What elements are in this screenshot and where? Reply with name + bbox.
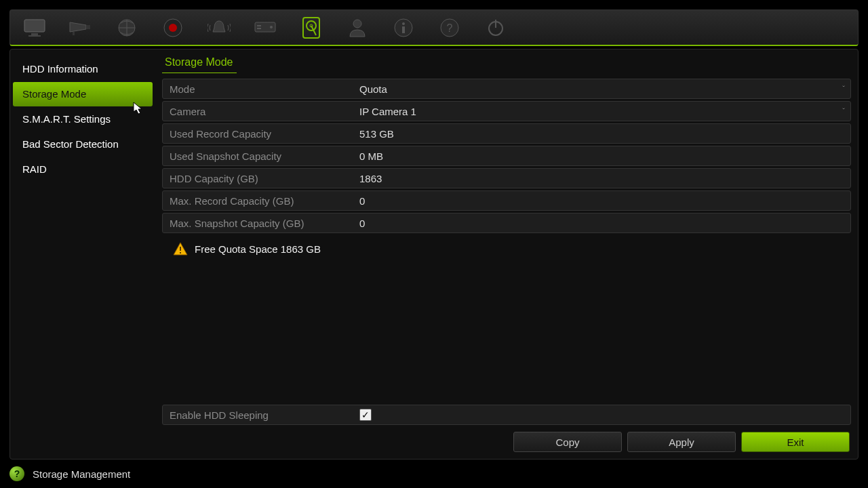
page-title: Storage Mode: [162, 54, 237, 73]
device-icon[interactable]: [252, 14, 279, 41]
used-record-value: 513 GB: [353, 124, 850, 143]
svg-text:?: ?: [447, 22, 453, 34]
svg-rect-0: [24, 20, 45, 32]
used-record-label: Used Record Capacity: [163, 124, 353, 143]
max-record-label: Max. Record Capacity (GB): [163, 191, 353, 210]
network-icon[interactable]: [113, 14, 140, 41]
used-snapshot-label: Used Snapshot Capacity: [163, 146, 353, 165]
svg-rect-19: [402, 26, 405, 33]
enable-hdd-sleeping-label: Enable HDD Sleeping: [163, 405, 353, 424]
svg-rect-23: [495, 20, 496, 28]
svg-point-12: [270, 26, 273, 28]
hdd-capacity-row: HDD Capacity (GB) 1863: [162, 168, 851, 188]
max-snapshot-input[interactable]: Max. Snapshot Capacity (GB) 0: [162, 213, 851, 233]
warning-icon: [173, 242, 188, 256]
used-snapshot-row: Used Snapshot Capacity 0 MB: [162, 146, 851, 166]
hdd-capacity-value: 1863: [353, 169, 850, 188]
max-record-value: 0: [353, 191, 850, 210]
button-bar: Copy Apply Exit: [162, 432, 851, 452]
svg-rect-2: [28, 35, 41, 37]
exit-button[interactable]: Exit: [741, 432, 850, 452]
svg-point-16: [353, 20, 361, 28]
svg-marker-3: [70, 22, 86, 32]
hdd-capacity-label: HDD Capacity (GB): [163, 169, 353, 188]
free-quota-text: Free Quota Space 1863 GB: [195, 243, 321, 255]
copy-button[interactable]: Copy: [513, 432, 622, 452]
svg-point-8: [169, 24, 177, 32]
sidebar-item-storage-mode[interactable]: Storage Mode: [13, 82, 153, 106]
free-quota-line: Free Quota Space 1863 GB: [162, 235, 851, 256]
svg-rect-5: [73, 32, 75, 35]
max-record-input[interactable]: Max. Record Capacity (GB) 0: [162, 190, 851, 211]
enable-hdd-sleeping-row: Enable HDD Sleeping ✓: [162, 405, 851, 425]
hdd-icon[interactable]: [298, 14, 325, 41]
max-snapshot-value: 0: [353, 214, 850, 232]
camera-value: IP Camera 1ˇ: [353, 102, 850, 121]
svg-point-18: [402, 22, 405, 25]
mode-value: Quotaˇ: [353, 79, 850, 98]
help-top-icon[interactable]: ?: [436, 14, 463, 41]
sidebar-item-smart-settings[interactable]: S.M.A.R.T. Settings: [13, 107, 153, 131]
svg-rect-10: [257, 25, 261, 26]
camera-select[interactable]: Camera IP Camera 1ˇ: [162, 101, 851, 121]
monitor-icon[interactable]: [21, 14, 48, 41]
svg-rect-11: [257, 28, 261, 29]
max-snapshot-label: Max. Snapshot Capacity (GB): [163, 214, 353, 232]
camera-icon[interactable]: [67, 14, 94, 41]
footer-title: Storage Management: [33, 468, 130, 480]
record-icon[interactable]: [159, 14, 186, 41]
svg-rect-26: [180, 252, 181, 253]
chevron-down-icon: ˇ: [842, 85, 845, 93]
footer-bar: ? Storage Management: [9, 465, 859, 483]
svg-rect-4: [86, 25, 90, 29]
top-toolbar: ?: [9, 9, 859, 46]
camera-label: Camera: [163, 102, 353, 121]
sidebar-item-bad-sector-detection[interactable]: Bad Sector Detection: [13, 132, 153, 157]
power-icon[interactable]: [482, 14, 509, 41]
info-icon[interactable]: [390, 14, 417, 41]
used-snapshot-value: 0 MB: [353, 146, 850, 165]
main-panel: Storage Mode Mode Quotaˇ Camera IP Camer…: [155, 49, 858, 459]
user-icon[interactable]: [344, 14, 371, 41]
help-icon[interactable]: ?: [9, 466, 24, 481]
mode-select[interactable]: Mode Quotaˇ: [162, 79, 851, 99]
alarm-icon[interactable]: [205, 14, 233, 41]
sidebar: HDD Information Storage Mode S.M.A.R.T. …: [10, 49, 155, 459]
svg-rect-25: [180, 247, 181, 251]
used-record-row: Used Record Capacity 513 GB: [162, 123, 851, 144]
sidebar-item-raid[interactable]: RAID: [13, 157, 153, 182]
apply-button[interactable]: Apply: [627, 432, 736, 452]
sidebar-item-hdd-information[interactable]: HDD Information: [13, 57, 153, 81]
mode-label: Mode: [163, 79, 353, 98]
enable-hdd-sleeping-checkbox[interactable]: ✓: [359, 409, 372, 421]
chevron-down-icon: ˇ: [842, 107, 845, 115]
svg-rect-1: [31, 33, 38, 35]
